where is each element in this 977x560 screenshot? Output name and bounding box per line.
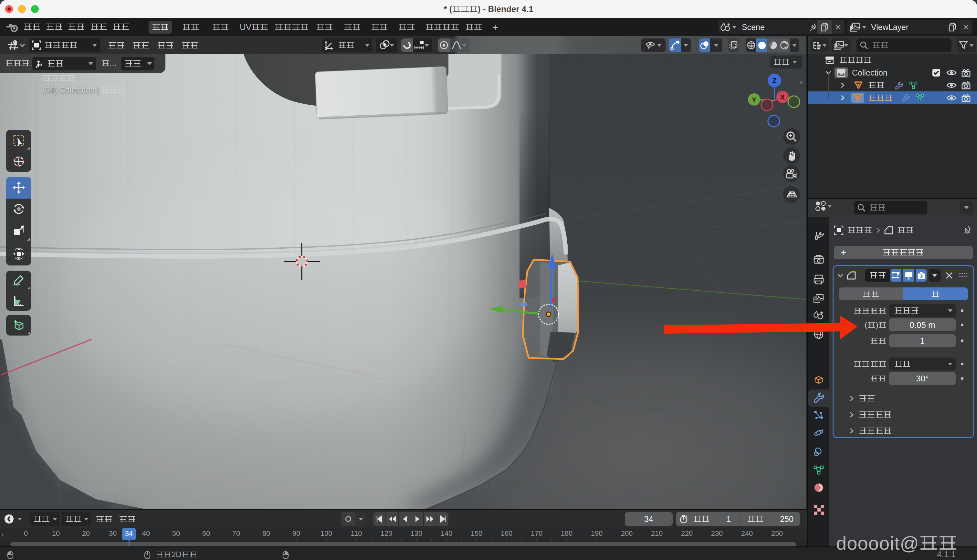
svg-text:X: X [780, 93, 785, 101]
svg-text:Y: Y [752, 96, 756, 103]
svg-text:Z: Z [772, 77, 776, 85]
